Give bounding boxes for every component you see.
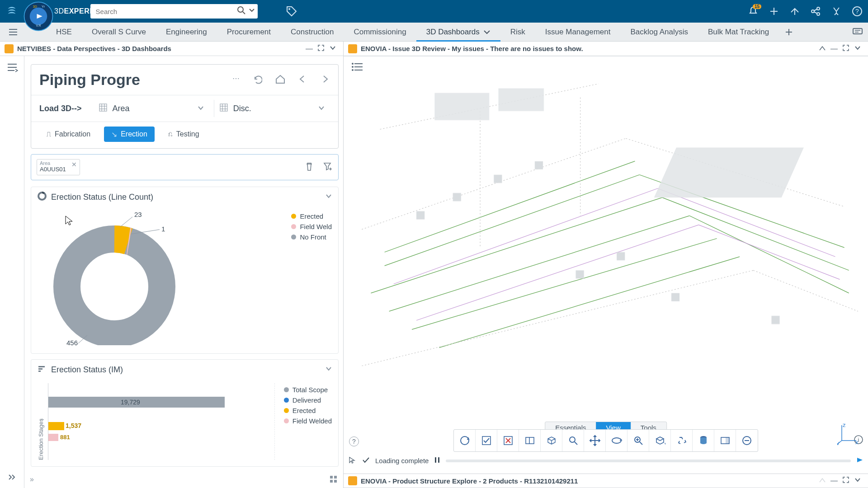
tab-backlog-analysis[interactable]: Backlog Analysis <box>620 23 698 41</box>
tag-icon[interactable] <box>286 5 297 17</box>
segment-erection[interactable]: ↘Erection <box>104 127 155 142</box>
svg-line-44 <box>120 217 132 227</box>
forward-icon[interactable] <box>320 74 330 86</box>
tool-cube-icon[interactable]: ▾ <box>649 430 671 451</box>
tab-engineering[interactable]: Engineering <box>156 23 217 41</box>
notifications-count: 15 <box>753 4 761 9</box>
chip-remove-icon[interactable]: ✕ <box>71 161 77 168</box>
more-icon[interactable]: ⋯ <box>232 74 240 86</box>
notifications-icon[interactable]: 15 <box>748 6 759 17</box>
enovia-app-icon <box>348 476 357 485</box>
3d-viewer[interactable]: Essentials View Tools ▾ ▾ ? <box>344 56 868 474</box>
tab-risk[interactable]: Risk <box>500 23 535 41</box>
svg-rect-123 <box>438 457 439 463</box>
tool-refresh-icon[interactable]: ▾ <box>454 430 476 451</box>
tool-fit-icon[interactable] <box>627 430 649 451</box>
minimize-icon[interactable]: — <box>828 477 840 485</box>
svg-line-64 <box>412 239 717 329</box>
tool-recycle-icon[interactable] <box>671 430 693 451</box>
tool-cancel-icon[interactable] <box>497 430 519 451</box>
erection-status-im-card: Erection Status (IM) Erection Stages 19,… <box>31 359 339 467</box>
tool-cylinder-icon[interactable] <box>693 430 714 451</box>
search-icon[interactable] <box>237 6 246 15</box>
viewer-tool-dock: ▾ ▾ <box>453 429 758 452</box>
disc-select[interactable]: Disc. <box>214 100 330 117</box>
svg-line-68 <box>689 216 849 293</box>
chevron-down-icon[interactable] <box>852 477 863 485</box>
tree-list-icon[interactable] <box>352 62 363 74</box>
tool-grid3d-icon[interactable] <box>541 430 562 451</box>
collapse-icon[interactable] <box>326 366 332 374</box>
tool-check-icon[interactable] <box>476 430 497 451</box>
share-icon[interactable] <box>789 6 800 17</box>
chevron-down-icon[interactable] <box>327 45 339 53</box>
segment-testing[interactable]: ⎌Testing <box>161 127 207 142</box>
person-icon[interactable] <box>831 6 842 17</box>
add-tab-button[interactable] <box>782 23 796 41</box>
fullscreen-icon[interactable] <box>315 44 327 53</box>
add-filter-icon[interactable] <box>323 161 333 173</box>
add-icon[interactable] <box>769 6 779 17</box>
popout-icon[interactable] <box>816 477 828 485</box>
tool-zoom-icon[interactable] <box>562 430 584 451</box>
svg-point-59 <box>352 69 354 71</box>
area-select[interactable]: Area <box>94 100 209 117</box>
svg-rect-24 <box>853 28 862 34</box>
search-input[interactable] <box>90 4 258 19</box>
collapse-icon[interactable] <box>326 193 332 201</box>
help-icon[interactable]: ? <box>852 6 863 17</box>
expand-rail-icon[interactable] <box>8 474 17 482</box>
tab-commissioning[interactable]: Commissioning <box>344 23 416 41</box>
filter-chip-area[interactable]: Area A0UUS01 ✕ <box>37 159 80 175</box>
tool-rotate-icon[interactable] <box>606 430 627 451</box>
svg-point-57 <box>352 63 354 65</box>
svg-rect-122 <box>435 457 436 463</box>
chevron-down-icon[interactable] <box>852 45 863 53</box>
svg-point-43 <box>67 239 162 334</box>
tool-layout-icon[interactable] <box>519 430 541 451</box>
search-dropdown-icon[interactable] <box>249 6 255 15</box>
selection-icon[interactable] <box>348 456 356 465</box>
play-tail-icon[interactable] <box>856 457 863 465</box>
3d-model-render <box>344 56 868 452</box>
tool-minus-icon[interactable] <box>736 430 758 451</box>
expand-bottom-icon[interactable]: » <box>30 475 34 485</box>
tab-3d-dashboards[interactable]: 3D Dashboards <box>416 23 500 41</box>
svg-line-65 <box>439 257 740 347</box>
svg-rect-84 <box>453 193 461 201</box>
fullscreen-icon[interactable] <box>840 476 852 485</box>
compass-button[interactable]: V.R 3D Yr <box>23 0 54 32</box>
enovia-app-icon <box>348 44 357 53</box>
tab-procurement[interactable]: Procurement <box>217 23 281 41</box>
svg-point-99 <box>570 437 575 442</box>
tab-issue-management[interactable]: Issue Management <box>535 23 621 41</box>
grid-toggle-icon[interactable] <box>330 475 338 485</box>
undo-icon[interactable] <box>252 74 262 86</box>
svg-rect-111 <box>726 437 729 444</box>
minimize-icon[interactable]: — <box>828 45 840 53</box>
home-icon[interactable] <box>275 74 285 86</box>
back-icon[interactable] <box>297 74 307 86</box>
pause-icon[interactable] <box>434 456 440 465</box>
viewer-help-icon[interactable]: ? <box>349 436 359 446</box>
minimize-icon[interactable]: — <box>303 45 315 53</box>
segment-fabrication[interactable]: ⎍Fabrication <box>39 127 98 142</box>
network-share-icon[interactable] <box>810 6 821 17</box>
ds-logo-icon <box>5 5 19 18</box>
tab-overall-s-curve[interactable]: Overall S Curve <box>82 23 156 41</box>
list-panel-icon[interactable] <box>6 62 18 72</box>
fullscreen-icon[interactable] <box>840 44 852 53</box>
tool-split-icon[interactable] <box>714 430 736 451</box>
chat-icon[interactable] <box>853 28 863 36</box>
global-search <box>90 4 258 19</box>
hamburger-icon[interactable] <box>8 23 19 41</box>
tab-bulk-mat-tracking[interactable]: Bulk Mat Tracking <box>698 23 779 41</box>
axis-gizmo[interactable]: zxy <box>837 422 860 446</box>
svg-marker-124 <box>857 458 863 462</box>
svg-line-62 <box>371 197 662 293</box>
bar-chart-icon <box>38 364 47 375</box>
tool-pan-icon[interactable] <box>584 430 606 451</box>
trash-icon[interactable] <box>305 161 314 173</box>
popout-icon[interactable] <box>816 45 828 53</box>
tab-construction[interactable]: Construction <box>281 23 344 41</box>
